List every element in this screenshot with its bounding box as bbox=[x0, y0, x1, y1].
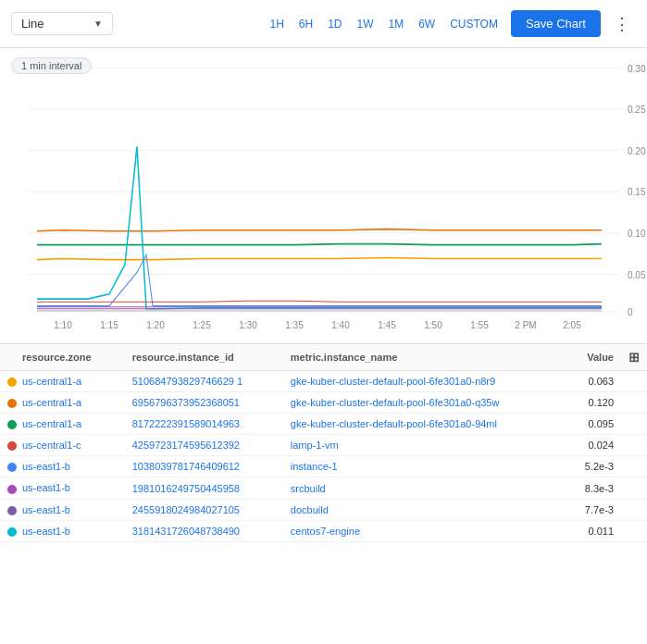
chart-type-label: Line bbox=[21, 17, 44, 31]
instance-cell: 1981016249750445958 bbox=[125, 477, 283, 499]
table-row: us-east1-b 3181431726048738490 centos7-e… bbox=[0, 520, 647, 541]
legend-table: resource.zone resource.instance_id metri… bbox=[0, 344, 647, 542]
line-chart: 0.30 0.25 0.20 0.15 0.10 0.05 0 1:10 1:1… bbox=[0, 48, 647, 343]
metric-link[interactable]: gke-kuber-cluster-default-pool-6fe301a0-… bbox=[291, 397, 500, 408]
instance-link[interactable]: 6956796373952368051 bbox=[132, 397, 240, 408]
metric-cell: lamp-1-vm bbox=[283, 435, 566, 456]
metric-cell: instance-1 bbox=[283, 456, 566, 477]
instance-link[interactable]: 510684793829746629 1 bbox=[132, 376, 243, 387]
svg-text:2 PM: 2 PM bbox=[515, 320, 536, 330]
value-cell: 0.120 bbox=[566, 392, 621, 414]
instance-cell: 8172222391589014963 bbox=[125, 414, 283, 435]
instance-cell: 6956796373952368051 bbox=[125, 392, 283, 414]
zone-link[interactable]: us-central1-c bbox=[22, 440, 81, 451]
col-value: Value bbox=[566, 344, 621, 371]
metric-cell: docbuild bbox=[283, 499, 566, 520]
series-dot bbox=[7, 399, 17, 408]
instance-link[interactable]: 4259723174595612392 bbox=[132, 440, 240, 451]
metric-link[interactable]: srcbuild bbox=[291, 483, 326, 494]
zone-cell: us-east1-b bbox=[0, 499, 125, 520]
row-action-cell bbox=[621, 371, 647, 392]
instance-link[interactable]: 2455918024984027105 bbox=[132, 504, 240, 515]
time-btn-6w[interactable]: 6W bbox=[413, 14, 441, 34]
save-chart-button[interactable]: Save Chart bbox=[511, 10, 601, 37]
time-btn-1m[interactable]: 1M bbox=[383, 14, 410, 34]
col-icon-header[interactable]: ⊞ bbox=[621, 344, 647, 371]
zone-link[interactable]: us-east1-b bbox=[22, 461, 70, 472]
svg-text:1:50: 1:50 bbox=[424, 320, 442, 330]
row-action-cell bbox=[621, 477, 647, 499]
zone-cell: us-east1-b bbox=[0, 456, 125, 477]
chart-type-dropdown[interactable]: Line ▼ bbox=[11, 12, 113, 35]
value-cell: 0.095 bbox=[566, 414, 621, 435]
zone-link[interactable]: us-central1-a bbox=[22, 418, 81, 429]
metric-cell: gke-kuber-cluster-default-pool-6fe301a0-… bbox=[283, 414, 566, 435]
instance-cell: 3181431726048738490 bbox=[125, 520, 283, 541]
table-row: us-central1-a 6956796373952368051 gke-ku… bbox=[0, 392, 647, 414]
metric-cell: gke-kuber-cluster-default-pool-6fe301a0-… bbox=[283, 392, 566, 414]
svg-text:0.30: 0.30 bbox=[628, 63, 646, 73]
instance-link[interactable]: 1038039781746409612 bbox=[132, 461, 240, 472]
metric-cell: srcbuild bbox=[283, 477, 566, 499]
svg-text:1:10: 1:10 bbox=[54, 320, 72, 330]
instance-cell: 510684793829746629 1 bbox=[125, 371, 283, 392]
zone-cell: us-central1-a bbox=[0, 414, 125, 435]
series-dot bbox=[7, 527, 17, 537]
zone-cell: us-central1-a bbox=[0, 392, 125, 414]
svg-text:1:25: 1:25 bbox=[193, 320, 211, 330]
instance-link[interactable]: 8172222391589014963 bbox=[132, 418, 240, 429]
svg-text:1:15: 1:15 bbox=[100, 320, 118, 330]
metric-link[interactable]: docbuild bbox=[291, 504, 329, 515]
time-btn-custom[interactable]: CUSTOM bbox=[444, 14, 504, 34]
metric-link[interactable]: centos7-engine bbox=[291, 526, 360, 537]
zone-link[interactable]: us-central1-a bbox=[22, 376, 81, 387]
metric-link[interactable]: gke-kuber-cluster-default-pool-6fe301a0-… bbox=[291, 418, 497, 429]
instance-link[interactable]: 3181431726048738490 bbox=[132, 526, 240, 537]
zone-cell: us-central1-a bbox=[0, 371, 125, 392]
time-btn-1h[interactable]: 1H bbox=[264, 14, 289, 34]
toolbar: Line ▼ 1H 6H 1D 1W 1M 6W CUSTOM Save Cha… bbox=[0, 0, 647, 48]
series-dot bbox=[7, 441, 17, 451]
zone-link[interactable]: us-east1-b bbox=[22, 526, 70, 537]
zone-link[interactable]: us-east1-b bbox=[22, 504, 70, 515]
svg-text:1:40: 1:40 bbox=[331, 320, 350, 330]
row-action-cell bbox=[621, 520, 647, 541]
chevron-down-icon: ▼ bbox=[93, 19, 103, 29]
metric-link[interactable]: instance-1 bbox=[291, 461, 338, 472]
legend-table-container: resource.zone resource.instance_id metri… bbox=[0, 344, 647, 542]
zone-cell: us-east1-b bbox=[0, 520, 125, 541]
instance-link[interactable]: 1981016249750445958 bbox=[132, 483, 240, 494]
zone-cell: us-east1-b bbox=[0, 477, 125, 499]
svg-text:1:20: 1:20 bbox=[146, 320, 165, 330]
table-row: us-east1-b 1981016249750445958 srcbuild … bbox=[0, 477, 647, 499]
col-zone: resource.zone bbox=[0, 344, 125, 371]
table-row: us-central1-c 4259723174595612392 lamp-1… bbox=[0, 435, 647, 456]
svg-text:0.15: 0.15 bbox=[628, 187, 646, 197]
svg-text:0.10: 0.10 bbox=[628, 229, 646, 239]
metric-link[interactable]: lamp-1-vm bbox=[291, 440, 339, 451]
more-options-button[interactable]: ⋮ bbox=[608, 10, 636, 38]
series-dot bbox=[7, 463, 17, 472]
time-btn-1w[interactable]: 1W bbox=[352, 14, 379, 34]
zone-link[interactable]: us-central1-a bbox=[22, 397, 81, 408]
table-row: us-central1-a 8172222391589014963 gke-ku… bbox=[0, 414, 647, 435]
series-dot bbox=[7, 506, 17, 515]
svg-text:1:30: 1:30 bbox=[239, 320, 257, 330]
series-dot bbox=[7, 485, 17, 494]
svg-text:0.05: 0.05 bbox=[628, 270, 646, 280]
col-instance-id: resource.instance_id bbox=[125, 344, 283, 371]
time-btn-6h[interactable]: 6H bbox=[293, 14, 318, 34]
chart-area: 1 min interval 0.30 0.25 0.20 0.15 0.10 … bbox=[0, 48, 647, 344]
col-metric: metric.instance_name bbox=[283, 344, 566, 371]
svg-text:0.20: 0.20 bbox=[628, 146, 646, 156]
value-cell: 7.7e-3 bbox=[566, 499, 621, 520]
table-row: us-central1-a 510684793829746629 1 gke-k… bbox=[0, 371, 647, 392]
row-action-cell bbox=[621, 456, 647, 477]
row-action-cell bbox=[621, 414, 647, 435]
zone-link[interactable]: us-east1-b bbox=[22, 482, 70, 493]
metric-link[interactable]: gke-kuber-cluster-default-pool-6fe301a0-… bbox=[291, 376, 495, 387]
metric-cell: centos7-engine bbox=[283, 520, 566, 541]
value-cell: 8.3e-3 bbox=[566, 477, 621, 499]
time-btn-1d[interactable]: 1D bbox=[322, 14, 347, 34]
value-cell: 0.011 bbox=[566, 520, 621, 541]
